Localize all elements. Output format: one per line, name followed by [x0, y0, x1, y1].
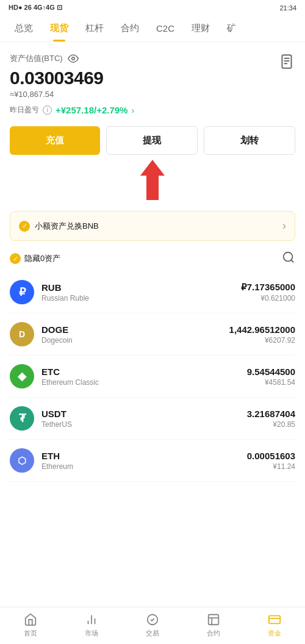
coin-symbol: RUB — [41, 282, 89, 293]
coin-amount: 1,442.96512000 — [229, 324, 295, 335]
eth-icon: ⬡ — [10, 448, 34, 473]
time: 21:34 — [279, 4, 296, 12]
pnl-value: +¥257.18/+2.79% — [56, 105, 127, 115]
status-bar: HD● 26 4G↑4G ⊡ 21:34 — [0, 0, 305, 15]
svg-marker-5 — [140, 160, 165, 200]
pnl-row: 昨日盈亏 i +¥257.18/+2.79% › — [10, 105, 295, 115]
btc-value: 0.03003469 — [10, 68, 104, 88]
coin-cny: ¥11.24 — [247, 462, 295, 471]
nav-item-mining[interactable]: 矿 — [218, 15, 245, 41]
table-row[interactable]: ⬡ ETH Ethereum 0.00051603 ¥11.24 — [10, 440, 295, 482]
trade-icon — [145, 612, 160, 627]
funds-icon — [267, 612, 282, 627]
bnb-check-icon: ✓ — [19, 221, 30, 232]
asset-right: 1,442.96512000 ¥6207.92 — [229, 324, 295, 345]
check-circle-icon: ✓ — [10, 253, 21, 264]
pnl-label: 昨日盈亏 — [10, 105, 39, 115]
asset-list-header: ✓ 隐藏0资产 — [10, 251, 295, 267]
nav-item-spot[interactable]: 现货 — [41, 15, 77, 41]
svg-point-6 — [284, 252, 293, 262]
status-icons: HD● 26 4G↑4G ⊡ — [9, 4, 62, 12]
bottom-nav-home-label: 首页 — [24, 629, 37, 638]
coin-amount: 3.21687404 — [247, 409, 295, 419]
coin-cny: ¥4581.54 — [247, 378, 295, 387]
bottom-nav-funds-label: 资金 — [268, 629, 281, 638]
coin-name: Ethereum — [41, 462, 73, 471]
up-arrow-svg — [134, 159, 171, 201]
bnb-banner[interactable]: ✓ 小额资产兑换BNB › — [10, 211, 295, 241]
bottom-nav-market-label: 市场 — [85, 629, 98, 638]
coin-cny: ¥20.85 — [247, 420, 295, 429]
top-nav: 总览 现货 杠杆 合约 C2C 理财 矿 — [0, 15, 305, 42]
coin-cny: ¥0.621000 — [241, 294, 295, 302]
search-icon[interactable] — [282, 251, 295, 267]
btn-area: 充值 提现 划转 — [10, 126, 295, 201]
bottom-nav-trade[interactable]: 交易 — [122, 612, 183, 638]
pnl-info-icon: i — [43, 106, 52, 115]
nav-item-contract[interactable]: 合约 — [112, 15, 148, 41]
recharge-button[interactable]: 充值 — [10, 126, 100, 155]
svg-point-0 — [71, 57, 74, 60]
nav-item-overview[interactable]: 总览 — [6, 15, 41, 41]
coin-name: Dogecoin — [41, 336, 73, 345]
bottom-nav-funds[interactable]: 资金 — [244, 612, 305, 638]
asset-left: ⬡ ETH Ethereum — [10, 448, 73, 473]
status-left: HD● 26 4G↑4G ⊡ — [9, 4, 62, 12]
asset-left: ₮ USDT TetherUS — [10, 406, 72, 431]
market-icon — [84, 612, 99, 627]
etc-icon: ◆ — [10, 364, 34, 388]
home-icon — [23, 612, 38, 627]
receipt-icon[interactable] — [278, 53, 295, 70]
asset-right: 9.54544500 ¥4581.54 — [247, 367, 295, 387]
nav-item-c2c[interactable]: C2C — [148, 16, 183, 41]
coin-symbol: ETC — [41, 367, 99, 377]
hide-assets-label: 隐藏0资产 — [24, 253, 60, 264]
coin-amount: 0.00051603 — [247, 451, 295, 461]
bottom-nav-trade-label: 交易 — [146, 629, 159, 638]
coin-name: Russian Ruble — [41, 294, 89, 302]
cny-value: ≈¥10,867.54 — [10, 90, 104, 99]
table-row[interactable]: ◆ ETC Ethereum Classic 9.54544500 ¥4581.… — [10, 356, 295, 398]
bottom-nav-market[interactable]: 市场 — [61, 612, 122, 638]
svg-rect-1 — [282, 55, 291, 68]
bottom-nav-contract[interactable]: 合约 — [183, 612, 244, 638]
bnb-banner-arrow: › — [282, 220, 286, 232]
asset-right: 3.21687404 ¥20.85 — [247, 409, 295, 429]
bottom-nav: 首页 市场 交易 合约 — [0, 607, 305, 644]
pnl-chevron: › — [131, 106, 134, 115]
asset-left: ◆ ETC Ethereum Classic — [10, 364, 99, 388]
rub-icon: ₽ — [10, 280, 34, 304]
status-right: 21:34 — [279, 4, 296, 12]
bnb-banner-text: 小额资产兑换BNB — [35, 221, 99, 232]
withdraw-button[interactable]: 提现 — [106, 126, 198, 155]
nav-item-leverage[interactable]: 杠杆 — [77, 15, 112, 41]
transfer-button[interactable]: 划转 — [204, 126, 295, 155]
coin-amount: ₽7.17365000 — [241, 282, 295, 293]
main-content: 资产估值(BTC) 0.03003469 ≈¥10,867.54 昨日盈 — [0, 42, 305, 531]
svg-line-7 — [291, 260, 293, 262]
bnb-banner-left: ✓ 小额资产兑换BNB — [19, 221, 99, 232]
action-buttons: 充值 提现 划转 — [10, 126, 295, 155]
coin-list: ₽ RUB Russian Ruble ₽7.17365000 ¥0.62100… — [10, 271, 295, 482]
eye-icon[interactable] — [68, 53, 79, 64]
table-row[interactable]: ₽ RUB Russian Ruble ₽7.17365000 ¥0.62100… — [10, 271, 295, 313]
doge-icon: D — [10, 322, 34, 346]
usdt-icon: ₮ — [10, 406, 34, 431]
asset-left: ₽ RUB Russian Ruble — [10, 280, 89, 304]
asset-label: 资产估值(BTC) — [10, 53, 104, 64]
coin-symbol: ETH — [41, 451, 73, 461]
arrow-pointer — [10, 159, 295, 201]
asset-right: ₽7.17365000 ¥0.621000 — [241, 282, 295, 302]
svg-rect-15 — [269, 616, 280, 624]
coin-name: TetherUS — [41, 420, 72, 429]
coin-amount: 9.54544500 — [247, 367, 295, 377]
bottom-nav-home[interactable]: 首页 — [0, 612, 61, 638]
nav-item-finance[interactable]: 理财 — [183, 15, 218, 41]
table-row[interactable]: ₮ USDT TetherUS 3.21687404 ¥20.85 — [10, 398, 295, 440]
bottom-nav-contract-label: 合约 — [207, 629, 220, 638]
asset-left: D DOGE Dogecoin — [10, 322, 73, 346]
coin-symbol: USDT — [41, 409, 72, 419]
hide-assets-toggle[interactable]: ✓ 隐藏0资产 — [10, 253, 60, 264]
coin-symbol: DOGE — [41, 324, 73, 335]
table-row[interactable]: D DOGE Dogecoin 1,442.96512000 ¥6207.92 — [10, 313, 295, 356]
